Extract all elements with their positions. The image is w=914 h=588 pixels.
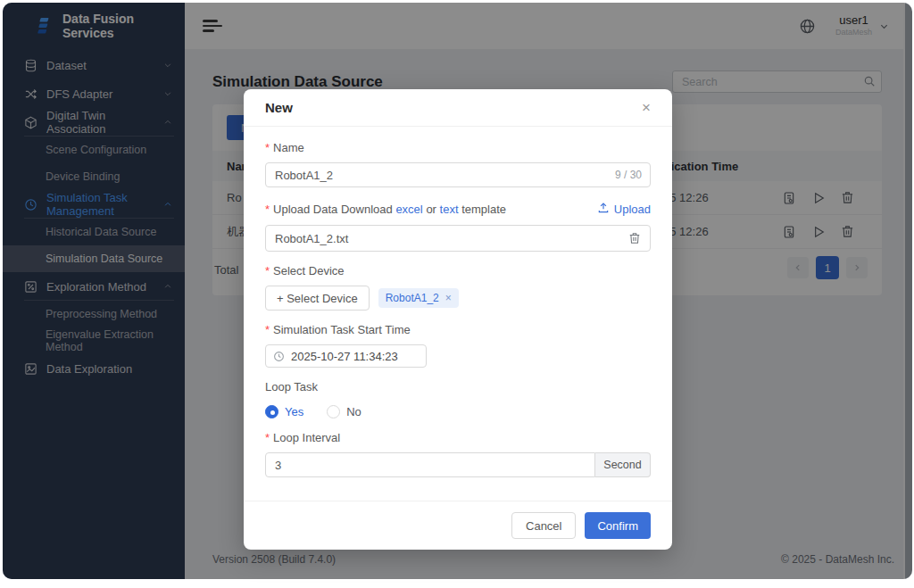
upload-button[interactable]: Upload xyxy=(597,202,651,217)
name-label: *Name xyxy=(265,141,651,154)
start-time-value: 2025-10-27 11:34:23 xyxy=(291,350,398,363)
start-time-label: *Simulation Task Start Time xyxy=(265,323,651,336)
confirm-button[interactable]: Confirm xyxy=(585,512,651,539)
name-input[interactable] xyxy=(265,162,651,187)
select-device-label: *Select Device xyxy=(265,264,651,277)
device-tag-label: RobotA1_2 xyxy=(386,292,439,304)
loop-interval-input[interactable] xyxy=(265,452,595,477)
modal-header: New × xyxy=(244,89,672,127)
screenshot-frame: Data Fusion Services Dataset DFS Adapter… xyxy=(0,0,914,588)
loop-task-yes-radio[interactable]: Yes xyxy=(265,405,303,418)
name-field-wrap: 9 / 30 xyxy=(265,162,651,187)
loop-interval-group: Second xyxy=(265,452,651,477)
required-mark: * xyxy=(265,323,270,336)
text-template-link[interactable]: text xyxy=(440,203,459,216)
modal-body: *Name 9 / 30 *Upload Data Download excel… xyxy=(244,127,672,490)
uploaded-file-row: RobotA1_2.txt xyxy=(265,225,651,252)
modal-footer: Cancel Confirm xyxy=(244,501,672,550)
clock-icon xyxy=(273,351,285,362)
uploaded-file-name: RobotA1_2.txt xyxy=(275,232,348,245)
select-device-row: + Select Device RobotA1_2 × xyxy=(265,286,651,311)
new-dialog: New × *Name 9 / 30 *Upload Data Download… xyxy=(244,89,672,550)
name-char-counter: 9 / 30 xyxy=(615,169,642,181)
excel-template-link[interactable]: excel xyxy=(395,203,422,216)
upload-icon xyxy=(597,202,610,217)
cancel-button[interactable]: Cancel xyxy=(511,512,576,539)
radio-dot xyxy=(265,405,278,418)
upload-label: *Upload Data Download excel or text temp… xyxy=(265,203,506,216)
loop-task-label: Loop Task xyxy=(265,380,651,393)
modal-title: New xyxy=(265,100,293,115)
loop-interval-unit: Second xyxy=(595,452,651,477)
select-device-button[interactable]: + Select Device xyxy=(265,286,370,311)
remove-file-trash-icon[interactable] xyxy=(628,232,641,244)
required-mark: * xyxy=(265,431,270,444)
start-time-picker[interactable]: 2025-10-27 11:34:23 xyxy=(265,344,427,368)
loop-task-no-radio[interactable]: No xyxy=(327,405,361,418)
device-tag: RobotA1_2 × xyxy=(378,288,459,308)
required-mark: * xyxy=(265,264,270,277)
close-icon[interactable]: × xyxy=(642,100,651,115)
required-mark: * xyxy=(265,141,270,154)
loop-interval-label: *Loop Interval xyxy=(265,431,651,444)
required-mark: * xyxy=(265,203,270,216)
radio-dot xyxy=(327,405,340,418)
upload-label-row: *Upload Data Download excel or text temp… xyxy=(265,202,651,217)
loop-task-radios: Yes No xyxy=(265,405,651,418)
tag-close-icon[interactable]: × xyxy=(445,292,452,304)
